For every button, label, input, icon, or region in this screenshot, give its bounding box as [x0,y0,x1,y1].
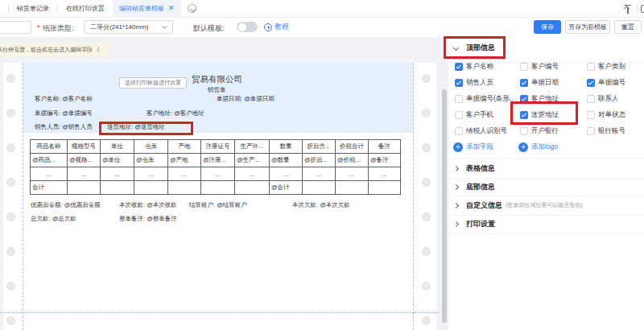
section-底部信息[interactable]: 底部信息 [448,179,644,196]
table-cell[interactable] [101,181,134,195]
table-cell[interactable]: ... [31,167,68,181]
add-link-logo[interactable]: +添加logo [518,142,558,153]
table-cell[interactable]: 折后含... [303,140,336,154]
doc-summary-field[interactable]: 本次欠款: @本次欠款 [292,201,350,209]
field-checkbox-对单状态[interactable]: 对单状态 [587,109,625,121]
table-cell[interactable] [201,181,235,195]
table-cell[interactable] [235,181,270,195]
close-tab-icon[interactable]: ✕ [168,5,175,12]
scroll-to-top-icon[interactable] [623,5,632,14]
doc-summary-field[interactable]: 本次收款: @本次收款 [119,201,177,209]
field-checkbox-单据日期[interactable]: 单据日期 [520,77,559,89]
table-cell[interactable]: 合计 [31,181,68,195]
section-打印设置[interactable]: 打印设置 [448,215,644,233]
table-cell[interactable]: @备注 [369,154,401,167]
company-name[interactable]: 贸易有限公司 [192,74,242,85]
table-cell[interactable]: ... [101,167,134,181]
tab-sales-records[interactable]: 销货单记录 [17,4,49,13]
default-template-toggle[interactable] [237,22,258,32]
checkbox-unchecked[interactable] [455,111,463,119]
checkbox-unchecked[interactable] [587,127,595,135]
table-cell[interactable]: @规格... [68,154,101,167]
field-checkbox-银行账号[interactable]: 银行账号 [587,126,625,137]
tabs-more-icon[interactable] [188,4,196,13]
items-table[interactable]: 商品名称规格型号单位仓库产地注册证号生产许...数量折后含...价税合计备注@商… [30,139,401,195]
table-cell[interactable] [303,181,336,195]
doc-summary-field[interactable]: 优惠后金额: @优惠后金额 [31,201,101,209]
table-cell[interactable]: ... [336,167,369,181]
checkbox-checked[interactable] [455,79,463,87]
set-print-title-button[interactable]: 选择打印标题进行设置 [119,77,187,89]
table-cell[interactable]: ... [68,167,101,181]
table-cell[interactable]: 规格型号 [68,140,101,154]
checkbox-unchecked[interactable] [587,95,595,103]
doc-field-5[interactable]: 销售人员: @销售人员 [35,123,93,131]
table-cell[interactable] [68,181,101,195]
table-cell[interactable]: ... [168,167,201,181]
table-cell[interactable]: @折后... [303,154,336,167]
field-checkbox-纳税人识别号[interactable]: 纳税人识别号 [455,126,507,137]
field-checkbox-销售人员[interactable]: 销售人员 [455,77,493,89]
save-as-new-template-button[interactable]: 另存为新模板 [565,20,610,34]
window-icon[interactable] [641,5,644,13]
table-cell[interactable]: @价税... [336,154,369,167]
tutorial-link[interactable]: 教程 [264,22,289,32]
table-cell[interactable]: 商品名称 [31,140,68,154]
checkbox-checked[interactable] [587,79,595,87]
paper-type-select[interactable]: 二等分(241*140mm) [84,20,173,34]
field-checkbox-单据编号(条形..[interactable]: 单据编号(条形.. [455,93,514,105]
doc-summary-field[interactable]: 结算账户: @结算账户 [189,201,247,209]
print-template-paper[interactable]: 选择打印标题进行设置 贸易有限公司 销货单 客户名称: @客户名称单据日期: @… [3,63,436,330]
table-cell[interactable]: @单位 [101,154,134,167]
table-cell[interactable]: ... [369,167,401,181]
table-cell[interactable]: ... [303,167,336,181]
template-name-input[interactable] [0,21,31,34]
table-cell[interactable]: @注册... [201,154,235,167]
reset-button[interactable]: 重置 [614,20,642,34]
table-cell[interactable]: @仓库 [134,154,168,167]
table-cell[interactable] [134,181,168,195]
vertical-scrollbar[interactable] [442,89,447,323]
field-checkbox-客户类别[interactable]: 客户类别 [587,61,625,72]
field-checkbox-开户银行[interactable]: 开户银行 [520,126,559,137]
field-checkbox-联系人[interactable]: 联系人 [587,93,619,105]
checkbox-unchecked[interactable] [455,127,463,135]
field-checkbox-客户名称[interactable]: 客户名称 [455,61,493,72]
table-cell[interactable]: @产地 [168,154,201,167]
checkbox-unchecked[interactable] [587,63,595,71]
field-checkbox-客户手机[interactable]: 客户手机 [455,109,493,121]
doc-field-1[interactable]: 客户名称: @客户名称 [35,95,93,103]
table-cell[interactable]: ... [134,167,168,181]
table-cell[interactable]: 生产许... [235,140,270,154]
checkbox-unchecked[interactable] [455,95,463,103]
table-cell[interactable]: @生产... [235,154,270,167]
table-cell[interactable] [369,181,401,195]
checkbox-checked[interactable] [520,79,528,87]
table-cell[interactable]: ... [201,167,235,181]
table-cell[interactable]: 仓库 [134,140,168,154]
table-cell[interactable] [336,181,369,195]
field-checkbox-单据编号[interactable]: 单据编号 [587,77,625,89]
table-cell[interactable]: 价税合计 [336,140,369,154]
table-cell[interactable]: @数量 [270,154,303,167]
table-cell[interactable]: ... [235,167,270,181]
doc-summary-field[interactable]: 整单备注: @整单备注 [119,215,177,223]
save-button[interactable]: 保存 [534,20,561,34]
table-cell[interactable] [168,181,201,195]
table-cell[interactable]: @合计 [270,181,303,195]
table-cell[interactable]: 备注 [369,140,401,154]
section-表格信息[interactable]: 表格信息 [448,158,644,179]
doc-field-3[interactable]: 单据编号: @单据编号 [35,109,93,118]
checkbox-checked[interactable] [455,63,463,71]
add-link-field[interactable]: +添加字段 [453,142,493,153]
checkbox-unchecked[interactable] [520,127,528,135]
table-cell[interactable]: ... [270,167,303,181]
form-title[interactable]: 销货单 [208,86,226,94]
table-cell[interactable]: 数量 [270,140,303,154]
table-cell[interactable]: 产地 [168,140,201,154]
table-cell[interactable]: 单位 [101,140,134,154]
table-cell[interactable]: 注册证号 [201,140,235,154]
section-自定义信息[interactable]: 自定义信息(在底部区域位置可以随意拖动) [448,196,644,215]
doc-field-2[interactable]: 单据日期: @单据日期 [217,95,275,103]
table-cell[interactable]: @商品... [31,154,68,167]
